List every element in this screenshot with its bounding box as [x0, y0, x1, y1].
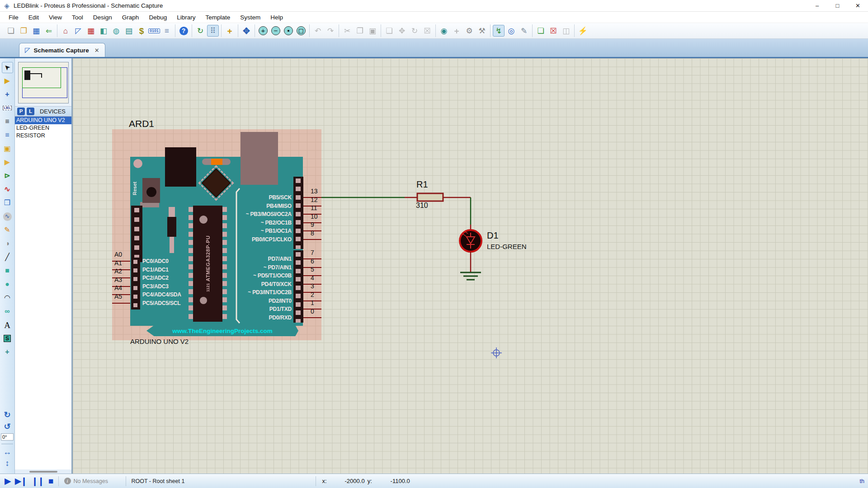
selection-mode-icon[interactable]: ➤: [2, 62, 13, 73]
tab-schematic-capture[interactable]: ◸ Schematic Capture ✕: [19, 43, 105, 57]
paste-icon[interactable]: ▣: [367, 25, 378, 37]
current-probe-mode-icon[interactable]: ◑: [2, 238, 13, 249]
pick-devices-button[interactable]: P: [17, 108, 25, 115]
2d-box-icon[interactable]: ■: [2, 265, 13, 277]
pin[interactable]: 0: [303, 314, 321, 322]
pin[interactable]: A5: [112, 299, 130, 308]
new-sheet-icon[interactable]: ❏: [535, 25, 547, 37]
device-list-item[interactable]: LED-GREEN: [15, 124, 71, 132]
menu-item[interactable]: Debug: [144, 12, 172, 23]
menu-item[interactable]: Edit: [24, 12, 44, 23]
undo-icon[interactable]: ↶: [312, 25, 324, 37]
close-button[interactable]: ✕: [848, 0, 868, 11]
rotation-angle-field[interactable]: 0°: [1, 433, 14, 441]
led-body[interactable]: [460, 230, 481, 252]
step-button[interactable]: ▶❙: [15, 477, 27, 485]
pcb-layout-icon[interactable]: ▦: [85, 25, 97, 37]
wire-label-mode-icon[interactable]: LBL: [2, 103, 13, 114]
goto-parent-sheet-icon[interactable]: ◫: [560, 25, 572, 37]
rotate-anticlockwise-icon[interactable]: ↺: [4, 422, 10, 432]
copy-icon[interactable]: ❐: [354, 25, 366, 37]
design-rule-manager-icon[interactable]: ⚙: [463, 25, 475, 37]
arduino-uno-component[interactable]: Reset 1121 ATMEGA328P-PU: [130, 157, 303, 326]
led-value-label[interactable]: LED-GREEN: [487, 243, 527, 250]
remove-sheet-icon[interactable]: ☒: [547, 25, 559, 37]
text-script-mode-icon[interactable]: ≡: [2, 116, 13, 127]
menu-item[interactable]: Tool: [67, 12, 88, 23]
2d-line-icon[interactable]: ╱: [2, 252, 13, 263]
junction-dot-mode-icon[interactable]: +: [2, 89, 13, 100]
resistor-body[interactable]: [417, 193, 443, 201]
scrollbar-thumb[interactable]: [29, 471, 57, 473]
save-project-icon[interactable]: ▦: [30, 25, 42, 37]
buses-mode-icon[interactable]: ≡: [2, 130, 13, 141]
menu-item[interactable]: Graph: [117, 12, 144, 23]
goto-sheet-icon[interactable]: ◉: [438, 25, 450, 37]
library-button[interactable]: L: [27, 108, 34, 115]
add-component-icon[interactable]: +: [451, 25, 462, 37]
gerber-viewer-icon[interactable]: ◍: [110, 25, 122, 37]
source-code-icon[interactable]: 0101: [148, 25, 160, 37]
devices-hscrollbar[interactable]: [15, 469, 71, 474]
project-notes-icon[interactable]: ≡: [161, 25, 173, 37]
pan-icon[interactable]: ✥: [241, 25, 252, 37]
2d-arc-icon[interactable]: ◠: [2, 292, 13, 304]
design-explorer-icon[interactable]: ▤: [123, 25, 135, 37]
menu-item[interactable]: System: [235, 12, 265, 23]
help-icon[interactable]: ?: [178, 25, 189, 37]
flip-horizontal-icon[interactable]: ↔: [3, 447, 11, 457]
2d-text-icon[interactable]: A: [2, 319, 13, 331]
import-project-icon[interactable]: ⇐: [43, 25, 55, 37]
resistor-value-label[interactable]: 310: [416, 202, 428, 210]
component-mode-icon[interactable]: ▶: [2, 75, 13, 87]
open-project-icon[interactable]: ❐: [18, 25, 29, 37]
pin[interactable]: 8: [303, 235, 321, 244]
menu-item[interactable]: View: [44, 12, 67, 23]
menu-item[interactable]: Help: [265, 12, 288, 23]
cut-icon[interactable]: ✂: [341, 25, 353, 37]
property-assignment-icon[interactable]: ✎: [518, 25, 530, 37]
overview-minimap[interactable]: [18, 62, 69, 103]
schematic-canvas[interactable]: ARD1 Reset: [73, 58, 868, 474]
2d-path-icon[interactable]: ∞: [2, 306, 13, 317]
device-pins-mode-icon[interactable]: ⊳: [2, 170, 13, 182]
generator-mode-icon[interactable]: ∿: [2, 211, 13, 222]
schematic-capture-icon[interactable]: ◸: [72, 25, 84, 37]
graph-mode-icon[interactable]: ∿: [2, 184, 13, 195]
arduino-value-label[interactable]: ARDUINO UNO V2: [130, 338, 189, 345]
maximize-button[interactable]: □: [827, 0, 848, 11]
device-list-item[interactable]: RESISTOR: [15, 132, 71, 140]
electrical-rule-check-icon[interactable]: ⚡: [577, 25, 589, 37]
rotate-clockwise-icon[interactable]: ↻: [4, 410, 10, 420]
2d-marker-icon[interactable]: +: [2, 347, 13, 358]
resistor-ref-label[interactable]: R1: [416, 179, 428, 190]
led-ref-label[interactable]: D1: [487, 230, 499, 241]
2d-circle-icon[interactable]: ●: [2, 279, 13, 290]
redo-icon[interactable]: ↷: [325, 25, 336, 37]
toggle-grid-icon[interactable]: ⠿: [207, 25, 219, 37]
menu-item[interactable]: Library: [172, 12, 200, 23]
zoom-out-icon[interactable]: −: [270, 25, 282, 37]
menu-item[interactable]: File: [4, 12, 24, 23]
pause-button[interactable]: ❙❙: [31, 477, 44, 485]
flip-vertical-icon[interactable]: ↕: [5, 459, 9, 468]
menu-item[interactable]: Template: [200, 12, 235, 23]
block-copy-icon[interactable]: ❏: [383, 25, 395, 37]
3d-visualizer-icon[interactable]: ◧: [98, 25, 109, 37]
message-area[interactable]: i No Messages: [59, 478, 126, 484]
active-popup-mode-icon[interactable]: ❒: [2, 197, 13, 209]
zoom-area-icon[interactable]: ◻: [295, 25, 307, 37]
subcircuit-mode-icon[interactable]: ▣: [2, 143, 13, 155]
block-delete-icon[interactable]: ☒: [421, 25, 433, 37]
arduino-ref-label[interactable]: ARD1: [129, 118, 154, 129]
stop-button[interactable]: ■: [48, 477, 52, 485]
block-rotate-icon[interactable]: ↻: [409, 25, 420, 37]
redraw-icon[interactable]: ↻: [194, 25, 206, 37]
search-tag-icon[interactable]: ◎: [505, 25, 517, 37]
voltage-probe-mode-icon[interactable]: ✎: [2, 225, 13, 236]
zoom-extents-icon[interactable]: ▪: [283, 25, 294, 37]
device-list-item[interactable]: ARDUINO UNO V2: [15, 117, 71, 124]
terminals-mode-icon[interactable]: ▶: [2, 157, 13, 168]
wire-autorouter-icon[interactable]: ↯: [493, 25, 505, 37]
2d-symbol-icon[interactable]: S: [2, 333, 13, 344]
